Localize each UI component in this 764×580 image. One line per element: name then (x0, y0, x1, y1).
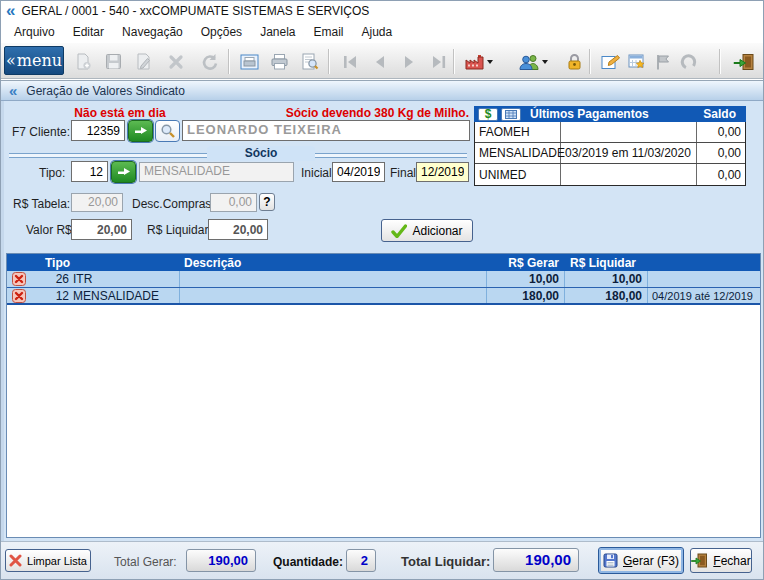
edit-button[interactable] (130, 48, 157, 75)
first-record-button[interactable] (336, 48, 363, 75)
save-floppy-icon (603, 553, 618, 568)
tipo-go-button[interactable] (111, 161, 136, 183)
note-icon (601, 53, 620, 70)
first-record-icon (342, 55, 358, 69)
print-button[interactable] (266, 48, 293, 75)
saldo-header: Saldo (703, 107, 742, 121)
items-table: Tipo Descrição R$ Gerar R$ Liquidar 26IT… (6, 253, 761, 538)
inicial-input[interactable] (332, 162, 385, 182)
back-chevron-icon: « (9, 85, 17, 97)
tipo-label: Tipo: (39, 166, 65, 180)
toolbar-separator (453, 49, 455, 74)
lock-icon (567, 53, 582, 70)
new-record-button[interactable] (70, 48, 97, 75)
item-row[interactable]: 26ITR 10,00 10,00 (7, 271, 760, 288)
menu-navegacao[interactable]: Navegação (113, 22, 192, 42)
main-panel: Não está em dia Sócio devendo 380 Kg de … (1, 101, 763, 541)
print-preview-button[interactable] (296, 48, 323, 75)
total-liquidar-field: 190,00 (493, 548, 579, 572)
menu-opcoes[interactable]: Opções (192, 22, 251, 42)
delete-row-button[interactable] (12, 272, 26, 286)
undo-button[interactable] (196, 48, 223, 75)
liquidar-label: R$ Liquidar: (147, 223, 212, 237)
adicionar-button[interactable]: Adicionar (381, 219, 473, 242)
limpar-lista-button[interactable]: Limpar Lista (5, 549, 91, 572)
tipo-name-field: MENSALIDADE (139, 162, 294, 182)
desc-compras-label: Desc.Compras: (132, 197, 215, 211)
payments-title: Últimos Pagamentos (530, 107, 700, 121)
menu-editar[interactable]: Editar (64, 22, 113, 42)
window-title: GERAL / 0001 - 540 - xxCOMPUMATE SISTEMA… (21, 4, 369, 18)
last-record-button[interactable] (425, 48, 452, 75)
quantidade-field: 2 (346, 549, 376, 572)
client-go-button[interactable] (128, 120, 153, 142)
final-input[interactable] (416, 162, 469, 182)
menu-email[interactable]: Email (305, 22, 353, 42)
liquidar-input[interactable] (208, 219, 268, 240)
app-window: « GERAL / 0001 - 540 - xxCOMPUMATE SISTE… (0, 0, 764, 580)
toolbar-separator (589, 49, 591, 74)
security-lock-button[interactable] (561, 48, 588, 75)
toolbar-separator (328, 49, 330, 74)
client-search-button[interactable] (155, 120, 180, 142)
print-icon (270, 53, 289, 70)
print-setup-button[interactable] (236, 48, 263, 75)
payment-row[interactable]: FAOMEH 0,00 (475, 122, 745, 143)
payments-header: $ Últimos Pagamentos Saldo (474, 106, 746, 122)
toolbar-separator (719, 49, 721, 74)
flag-icon (655, 54, 670, 70)
header-tipo: Tipo (31, 254, 179, 271)
client-label: F7 Cliente: (12, 125, 70, 139)
payments-table: FAOMEH 0,00 MENSALIDADE 03/2019 em 11/03… (474, 122, 746, 186)
menu-janela[interactable]: Janela (251, 22, 304, 42)
previous-record-button[interactable] (366, 48, 393, 75)
payment-row[interactable]: MENSALIDADE 03/2019 em 11/03/2020 0,00 (475, 143, 745, 164)
flag-button[interactable] (649, 48, 676, 75)
fechar-button[interactable]: Fechar (690, 548, 752, 573)
refresh-button[interactable] (675, 48, 702, 75)
toolbar: «menu (1, 43, 763, 79)
print-setup-icon (240, 54, 259, 70)
header-descricao: Descrição (179, 254, 486, 271)
socio-divider: Sócio (9, 145, 467, 161)
payments-grid-button[interactable] (501, 108, 521, 121)
menu-ajuda[interactable]: Ajuda (353, 22, 402, 42)
tipo-code-input[interactable] (71, 161, 108, 182)
print-preview-icon (301, 53, 319, 70)
footer-bar: Limpar Lista Total Gerar: 190,00 Quantid… (1, 541, 763, 580)
final-label: Final: (390, 166, 419, 180)
tabela-label: R$ Tabela: (13, 197, 70, 211)
delete-button[interactable] (162, 48, 189, 75)
delete-row-button[interactable] (12, 289, 26, 303)
next-record-button[interactable] (396, 48, 423, 75)
notes-button[interactable] (597, 48, 624, 75)
delete-icon (168, 54, 184, 70)
edit-icon (135, 53, 152, 70)
client-code-input[interactable] (71, 120, 125, 141)
payments-money-button[interactable]: $ (478, 108, 498, 121)
users-button[interactable] (513, 48, 553, 75)
next-record-icon (403, 55, 416, 69)
red-x-icon (12, 289, 26, 303)
header-gerar: R$ Gerar (486, 254, 564, 271)
menu-arquivo[interactable]: Arquivo (5, 22, 64, 42)
item-row[interactable]: 12MENSALIDADE 180,00 180,00 04/2019 até … (7, 288, 760, 305)
exit-door-icon (733, 53, 756, 71)
red-x-icon (9, 554, 22, 567)
help-button[interactable]: ? (259, 193, 275, 211)
calendar-events-button[interactable] (623, 48, 650, 75)
menu-button[interactable]: «menu (4, 46, 64, 75)
valor-input[interactable] (71, 219, 132, 240)
grid-icon (505, 110, 517, 119)
toolbar-separator (228, 49, 230, 74)
client-name-field: LEONARDO TEIXEIRA (182, 120, 470, 141)
inicial-label: Inicial: (301, 166, 335, 180)
new-record-icon (75, 53, 92, 70)
desc-compras-field: 0,00 (210, 193, 257, 212)
valor-label: Valor R$: (26, 223, 75, 237)
company-button[interactable] (460, 48, 498, 75)
exit-button[interactable] (728, 48, 760, 75)
save-button[interactable] (100, 48, 127, 75)
payment-row[interactable]: UNIMED 0,00 (475, 164, 745, 185)
gerar-button[interactable]: Gerar (F3) (598, 547, 684, 574)
